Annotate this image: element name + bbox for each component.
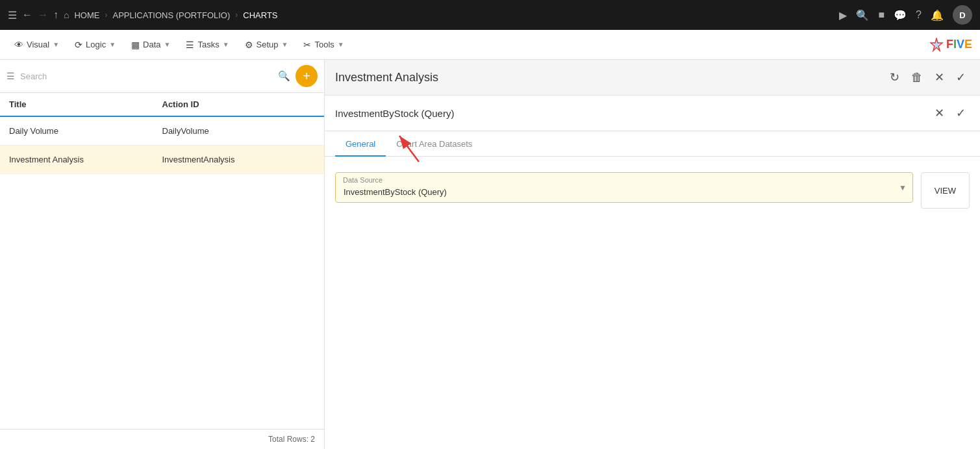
datasource-label: Data Source [343,176,383,184]
col-title-header: Title [9,99,162,109]
breadcrumb-sep2: › [235,10,238,19]
left-panel: ☰ 🔍 + Title Action ID Daily Volume Daily… [0,60,325,449]
tools-caret: ▼ [338,41,344,48]
five-logo-text: FIVE [946,38,972,51]
datasource-group: Data Source InvestmentByStock (Query) ▼ … [335,172,970,209]
top-nav: ☰ ← → ↑ ⌂ HOME › APPLICATIONS (PORTFOLIO… [0,0,980,30]
search-bar: ☰ 🔍 + [0,60,324,93]
forward-icon[interactable]: → [38,9,48,21]
sub-panel: InvestmentByStock (Query) ✕ ✓ General Ch… [325,96,980,449]
row1-actionid: DailyVolume [162,126,316,136]
datasource-field: Data Source InvestmentByStock (Query) ▼ [335,172,913,203]
top-nav-right: ▶ 🔍 ■ 💬 ? 🔔 D [839,5,972,25]
up-icon[interactable]: ↑ [53,9,58,21]
setup-caret: ▼ [282,41,288,48]
avatar[interactable]: D [953,5,972,25]
setup-icon: ⚙ [245,40,253,50]
breadcrumb-home[interactable]: HOME [74,10,99,20]
search-icon[interactable]: 🔍 [856,9,869,21]
visual-menu[interactable]: 👁 Visual ▼ [8,36,66,53]
search-input[interactable] [20,71,273,81]
breadcrumb: ⌂ HOME › APPLICATIONS (PORTFOLIO) › CHAR… [64,10,278,20]
datasource-caret: ▼ [899,183,907,192]
delete-button[interactable]: 🗑 [907,68,927,87]
row2-title: Investment Analysis [9,155,162,164]
search-submit-icon[interactable]: 🔍 [278,70,290,82]
table-header: Title Action ID [0,93,324,117]
restore-button[interactable]: ↻ [886,68,903,87]
table-row[interactable]: Investment Analysis InvestmentAnalysis [0,146,324,174]
tab-chart-area-label: Chart Area Datasets [396,139,472,149]
play-icon[interactable]: ▶ [839,9,847,21]
setup-label: Setup [257,40,279,49]
toolbar-logo-area: FIVE [929,38,972,52]
data-caret: ▼ [164,41,171,48]
sub-close-button[interactable]: ✕ [931,103,948,123]
data-menu[interactable]: ▦ Data ▼ [125,36,177,53]
add-button[interactable]: + [295,65,318,87]
col-actionid-header: Action ID [162,99,316,109]
back-icon[interactable]: ← [22,9,32,21]
home-icon: ⌂ [64,10,69,20]
visual-label: Visual [27,40,49,49]
sub-save-button[interactable]: ✓ [952,103,970,123]
five-logo-icon [929,38,944,52]
notification-icon[interactable]: 🔔 [931,9,944,21]
help-icon[interactable]: ? [916,9,922,21]
tools-menu[interactable]: ✂ Tools ▼ [297,36,350,53]
logic-icon: ⟳ [75,40,82,50]
table-row[interactable]: Daily Volume DailyVolume [0,117,324,146]
panel-actions: ↻ 🗑 ✕ ✓ [886,68,970,87]
tools-label: Tools [314,40,334,49]
logic-caret: ▼ [109,41,116,48]
breadcrumb-charts[interactable]: CHARTS [243,10,277,20]
tasks-caret: ▼ [223,41,229,48]
data-icon: ▦ [131,40,140,50]
save-button[interactable]: ✓ [952,68,970,87]
tab-general[interactable]: General [335,131,386,157]
tab-chart-area-datasets[interactable]: Chart Area Datasets [386,131,483,157]
logic-label: Logic [86,40,106,49]
sub-panel-actions: ✕ ✓ [931,103,970,123]
menu-icon[interactable]: ☰ [8,9,17,21]
toolbar: 👁 Visual ▼ ⟳ Logic ▼ ▦ Data ▼ ☰ Tasks ▼ … [0,30,980,60]
table-footer: Total Rows: 2 [0,429,324,449]
close-button[interactable]: ✕ [931,68,948,87]
total-rows: Total Rows: 2 [268,435,315,444]
main-layout: ☰ 🔍 + Title Action ID Daily Volume Daily… [0,60,980,449]
tasks-label: Tasks [197,40,219,49]
tab-general-label: General [346,139,375,149]
visual-caret: ▼ [53,41,59,48]
datasource-value: InvestmentByStock (Query) [344,187,447,197]
breadcrumb-applications[interactable]: APPLICATIONS (PORTFOLIO) [112,10,230,20]
data-label: Data [143,40,160,49]
stop-icon[interactable]: ■ [878,9,885,21]
right-panel: Investment Analysis ↻ 🗑 ✕ ✓ InvestmentBy… [325,60,980,449]
row1-title: Daily Volume [9,126,162,136]
tasks-icon: ☰ [186,40,194,50]
tasks-menu[interactable]: ☰ Tasks ▼ [179,36,235,53]
setup-menu[interactable]: ⚙ Setup ▼ [238,36,295,53]
five-logo: FIVE [929,38,972,52]
logic-menu[interactable]: ⟳ Logic ▼ [68,36,122,53]
breadcrumb-sep1: › [105,10,107,19]
panel-header: Investment Analysis ↻ 🗑 ✕ ✓ [325,60,980,96]
tabs-area: General Chart Area Datasets [325,131,980,157]
tabs-bar: General Chart Area Datasets [325,131,980,157]
panel-title: Investment Analysis [335,71,438,84]
sub-panel-title: InvestmentByStock (Query) [335,108,454,119]
sub-panel-header: InvestmentByStock (Query) ✕ ✓ [325,96,980,131]
table-body: Daily Volume DailyVolume Investment Anal… [0,117,324,429]
top-nav-left: ☰ ← → ↑ ⌂ HOME › APPLICATIONS (PORTFOLIO… [8,9,834,21]
chat-icon[interactable]: 💬 [894,9,907,21]
form-content: Data Source InvestmentByStock (Query) ▼ … [325,157,980,449]
datasource-input[interactable]: InvestmentByStock (Query) ▼ [335,172,913,203]
row2-actionid: InvestmentAnalysis [162,155,316,164]
filter-icon[interactable]: ☰ [6,71,15,81]
visual-icon: 👁 [14,40,23,50]
view-button[interactable]: VIEW [921,172,970,209]
tools-icon: ✂ [303,40,311,50]
